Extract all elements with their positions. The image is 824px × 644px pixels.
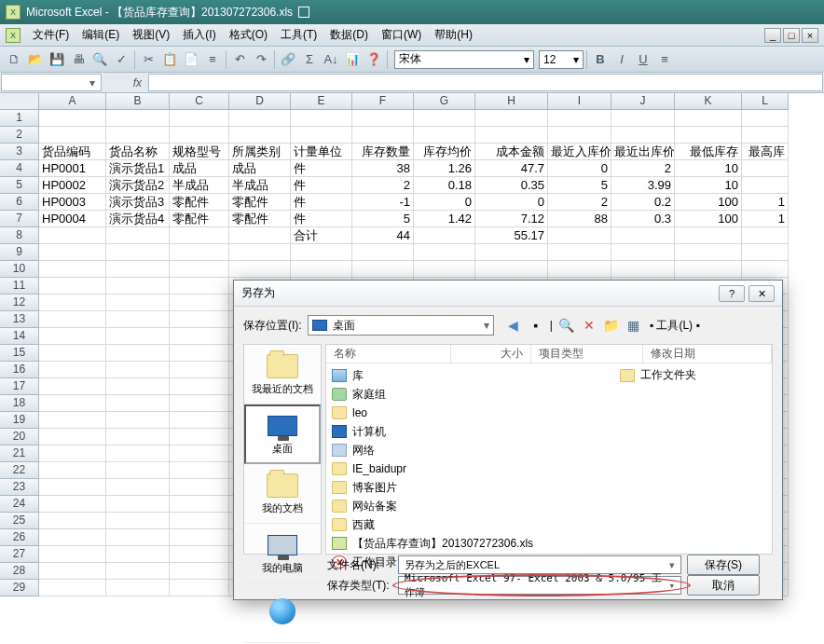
cell[interactable] [548, 127, 611, 144]
menu-view[interactable]: 视图(V) [126, 27, 176, 43]
cell[interactable] [675, 244, 742, 261]
cell[interactable]: 55.17 [475, 227, 548, 244]
cell[interactable] [170, 395, 229, 412]
cut-icon[interactable]: ✂ [138, 49, 158, 70]
cell[interactable] [170, 345, 229, 362]
sum-icon[interactable]: Σ [299, 49, 320, 70]
place-桌面[interactable]: 桌面 [244, 404, 321, 464]
cell[interactable] [475, 127, 548, 144]
cell[interactable]: 演示货品1 [106, 160, 170, 177]
cell[interactable] [170, 479, 229, 496]
cell[interactable] [675, 261, 742, 278]
place-我的文档[interactable]: 我的文档 [244, 464, 321, 524]
cell[interactable] [475, 261, 548, 278]
cell[interactable]: 半成品 [229, 177, 291, 194]
cell[interactable] [170, 295, 229, 311]
cell[interactable] [106, 278, 170, 295]
cell[interactable]: 0.35 [475, 177, 548, 194]
tools-menu[interactable]: 工具(L) [656, 319, 693, 332]
cell[interactable] [39, 362, 106, 378]
col-name[interactable]: 名称 [326, 345, 451, 363]
cell[interactable] [39, 345, 106, 362]
cell[interactable] [39, 513, 106, 529]
cell[interactable] [106, 378, 170, 395]
cell[interactable] [39, 328, 106, 345]
menu-insert[interactable]: 插入(I) [176, 27, 222, 43]
cell[interactable] [675, 127, 742, 144]
row-head-12[interactable]: 12 [0, 295, 39, 311]
cell[interactable] [170, 445, 229, 462]
cell[interactable] [106, 546, 170, 563]
cell[interactable] [106, 295, 170, 311]
row-head-11[interactable]: 11 [0, 278, 39, 295]
cell[interactable] [39, 378, 106, 395]
cell[interactable]: 成品 [229, 160, 291, 177]
col-head-D[interactable]: D [229, 93, 291, 110]
filetype-select[interactable]: Microsoft Excel 97- Excel 2003 & 5.0/95 … [398, 576, 681, 595]
dialog-help-button[interactable]: ? [719, 285, 745, 302]
cell[interactable]: 件 [291, 177, 352, 194]
up-icon[interactable]: ▪ [528, 317, 544, 334]
file-item[interactable]: 【货品库存查询】201307272306.xls [332, 535, 766, 552]
chart-icon[interactable]: 📊 [342, 49, 363, 70]
file-item[interactable]: 家庭组 [332, 386, 766, 403]
cell[interactable] [106, 496, 170, 513]
place-network[interactable] [244, 583, 321, 643]
preview-icon[interactable]: 🔍 [89, 49, 110, 70]
dropdown-icon[interactable]: ▾ [86, 76, 99, 89]
open-icon[interactable]: 📂 [25, 49, 46, 70]
cell[interactable] [291, 110, 352, 127]
cell[interactable]: 演示货品4 [106, 211, 170, 227]
cell[interactable]: 半成品 [170, 177, 229, 194]
cell[interactable] [39, 412, 106, 429]
col-head-C[interactable]: C [170, 93, 229, 110]
cell[interactable] [675, 110, 742, 127]
cell[interactable] [106, 513, 170, 529]
cell[interactable] [548, 227, 611, 244]
cell[interactable] [106, 261, 170, 278]
cell[interactable]: 0.2 [611, 194, 675, 211]
cell[interactable] [170, 462, 229, 479]
row-head-27[interactable]: 27 [0, 546, 39, 563]
search-icon[interactable]: 🔍 [558, 317, 575, 334]
row-head-28[interactable]: 28 [0, 563, 39, 580]
cell[interactable] [414, 261, 475, 278]
doc-control-icon[interactable]: X [6, 28, 21, 43]
cell[interactable]: 最低库存 [675, 144, 742, 160]
cell[interactable] [39, 227, 106, 244]
cell[interactable] [39, 529, 106, 546]
cell[interactable]: 零配件 [229, 211, 291, 227]
cell[interactable] [106, 345, 170, 362]
cell[interactable] [742, 177, 789, 194]
cell[interactable] [39, 278, 106, 295]
cell[interactable] [414, 127, 475, 144]
cell[interactable]: 演示货品2 [106, 177, 170, 194]
cell[interactable] [170, 513, 229, 529]
place-我的电脑[interactable]: 我的电脑 [244, 524, 321, 583]
undo-icon[interactable]: ↶ [229, 49, 250, 70]
cell[interactable]: 零配件 [170, 194, 229, 211]
cell[interactable] [106, 412, 170, 429]
cell[interactable]: 最近出库价 [611, 144, 675, 160]
col-head-I[interactable]: I [548, 93, 611, 110]
row-head-18[interactable]: 18 [0, 395, 39, 412]
col-head-F[interactable]: F [352, 93, 414, 110]
underline-button[interactable]: U [633, 49, 653, 70]
cell[interactable] [170, 227, 229, 244]
cell[interactable] [106, 563, 170, 580]
cell[interactable]: 1.42 [414, 211, 475, 227]
cell[interactable] [106, 244, 170, 261]
cell[interactable] [106, 110, 170, 127]
row-head-8[interactable]: 8 [0, 227, 39, 244]
cell[interactable] [39, 580, 106, 596]
file-item[interactable]: 计算机 [332, 423, 766, 440]
cell[interactable] [548, 244, 611, 261]
new-icon[interactable]: 🗋 [4, 49, 24, 70]
row-head-10[interactable]: 10 [0, 261, 39, 278]
doc-restore-button[interactable]: □ [783, 28, 800, 43]
cell[interactable] [291, 261, 352, 278]
cell[interactable]: 2 [548, 194, 611, 211]
cell[interactable] [39, 261, 106, 278]
cell[interactable] [414, 244, 475, 261]
col-head-E[interactable]: E [291, 93, 352, 110]
